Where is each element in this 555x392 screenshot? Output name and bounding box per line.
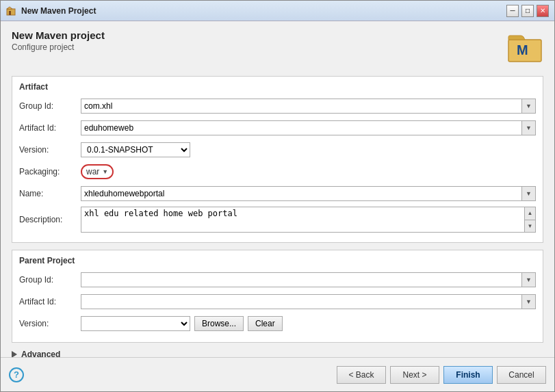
group-id-dropdown-btn[interactable]: ▼ bbox=[521, 99, 535, 113]
packaging-row: Packaging: war ▼ bbox=[19, 163, 536, 181]
maven-logo-icon: M bbox=[506, 29, 543, 66]
artifact-id-label: Artifact Id: bbox=[19, 123, 81, 133]
content-area: New Maven project Configure project M Ar… bbox=[1, 21, 554, 357]
description-label: Description: bbox=[19, 215, 81, 224]
group-id-field: ▼ bbox=[81, 99, 536, 114]
description-area: xhl edu related home web portal ▲ ▼ bbox=[81, 207, 536, 233]
name-label: Name: bbox=[19, 189, 81, 198]
parent-group-id-input[interactable] bbox=[81, 273, 521, 287]
svg-rect-2 bbox=[9, 11, 11, 15]
packaging-value: war bbox=[86, 167, 99, 177]
packaging-label: Packaging: bbox=[19, 167, 81, 177]
description-field: xhl edu related home web portal ▲ ▼ bbox=[81, 207, 536, 233]
title-bar: New Maven Project ─ □ ✕ bbox=[1, 1, 554, 21]
artifact-section-label: Artifact bbox=[19, 82, 536, 92]
svg-text:M: M bbox=[517, 42, 528, 57]
group-id-label: Group Id: bbox=[19, 101, 81, 111]
parent-group-id-row: Group Id: ▼ bbox=[19, 271, 536, 289]
version-field: 0.0.1-SNAPSHOT bbox=[81, 142, 536, 157]
parent-artifact-id-label: Artifact Id: bbox=[19, 297, 81, 306]
group-id-input[interactable] bbox=[81, 99, 521, 113]
parent-group-id-dropdown-btn[interactable]: ▼ bbox=[521, 273, 535, 287]
header-title: New Maven project bbox=[12, 29, 506, 41]
parent-group-id-label: Group Id: bbox=[19, 275, 81, 285]
cancel-button[interactable]: Cancel bbox=[497, 366, 546, 384]
title-bar-text: New Maven Project bbox=[21, 6, 506, 16]
artifact-id-row: Artifact Id: ▼ bbox=[19, 119, 536, 137]
group-id-input-container: ▼ bbox=[81, 99, 536, 114]
back-button[interactable]: < Back bbox=[337, 366, 386, 384]
minimize-button[interactable]: ─ bbox=[506, 5, 519, 17]
name-field: ▼ bbox=[81, 186, 536, 201]
header-section: New Maven project Configure project M bbox=[12, 29, 543, 66]
parent-version-select[interactable] bbox=[81, 316, 190, 331]
packaging-dropdown: war ▼ bbox=[81, 164, 114, 179]
header-subtitle: Configure project bbox=[12, 42, 506, 52]
parent-artifact-id-field: ▼ bbox=[81, 294, 536, 309]
help-icon[interactable]: ? bbox=[9, 367, 24, 382]
name-input[interactable] bbox=[81, 187, 521, 200]
browse-button[interactable]: Browse... bbox=[194, 316, 244, 331]
parent-version-field: Browse... Clear bbox=[81, 316, 536, 331]
advanced-toggle-icon bbox=[12, 351, 17, 357]
parent-version-label: Version: bbox=[19, 319, 81, 328]
version-row: Version: 0.0.1-SNAPSHOT bbox=[19, 141, 536, 159]
advanced-section[interactable]: Advanced bbox=[12, 350, 543, 357]
name-input-container: ▼ bbox=[81, 186, 536, 201]
artifact-id-input-container: ▼ bbox=[81, 120, 536, 135]
name-row: Name: ▼ bbox=[19, 185, 536, 202]
advanced-label: Advanced bbox=[21, 350, 60, 357]
description-scroll-down[interactable]: ▼ bbox=[525, 220, 535, 233]
artifact-id-dropdown-btn[interactable]: ▼ bbox=[521, 121, 535, 135]
name-dropdown-btn[interactable]: ▼ bbox=[521, 187, 535, 200]
maximize-button[interactable]: □ bbox=[521, 5, 534, 17]
group-id-row: Group Id: ▼ bbox=[19, 97, 536, 115]
svg-marker-1 bbox=[7, 7, 12, 9]
description-row: Description: xhl edu related home web po… bbox=[19, 207, 536, 233]
description-scroll-arrows: ▲ ▼ bbox=[524, 207, 535, 232]
parent-group-id-input-container: ▼ bbox=[81, 272, 536, 287]
header-text: New Maven project Configure project bbox=[12, 29, 506, 52]
packaging-field: war ▼ bbox=[81, 164, 536, 179]
parent-version-row: Version: Browse... Clear bbox=[19, 315, 536, 332]
footer-buttons: < Back Next > Finish Cancel bbox=[337, 366, 546, 384]
clear-button[interactable]: Clear bbox=[248, 316, 283, 331]
parent-artifact-id-dropdown-btn[interactable]: ▼ bbox=[521, 295, 535, 309]
close-button[interactable]: ✕ bbox=[537, 5, 549, 17]
description-scroll-up[interactable]: ▲ bbox=[525, 207, 535, 220]
parent-artifact-id-input-container: ▼ bbox=[81, 294, 536, 309]
artifact-id-input[interactable] bbox=[81, 121, 521, 135]
footer-left: ? bbox=[9, 367, 337, 382]
parent-group-id-field: ▼ bbox=[81, 272, 536, 287]
artifact-section: Artifact Group Id: ▼ Artifact Id: ▼ bbox=[12, 76, 543, 243]
parent-artifact-id-input[interactable] bbox=[81, 295, 521, 309]
window-icon bbox=[6, 5, 17, 16]
parent-artifact-id-row: Artifact Id: ▼ bbox=[19, 293, 536, 311]
title-bar-buttons: ─ □ ✕ bbox=[506, 5, 549, 17]
next-button[interactable]: Next > bbox=[390, 366, 439, 384]
parent-project-label: Parent Project bbox=[19, 256, 536, 265]
description-textarea[interactable]: xhl edu related home web portal bbox=[81, 207, 524, 232]
version-select[interactable]: 0.0.1-SNAPSHOT bbox=[81, 142, 190, 157]
footer-area: ? < Back Next > Finish Cancel bbox=[1, 357, 554, 391]
version-label: Version: bbox=[19, 145, 81, 155]
parent-project-section: Parent Project Group Id: ▼ Artifact Id: bbox=[12, 250, 543, 343]
packaging-dropdown-arrow: ▼ bbox=[102, 168, 108, 175]
dialog-window: New Maven Project ─ □ ✕ New Maven projec… bbox=[0, 0, 555, 392]
artifact-id-field: ▼ bbox=[81, 120, 536, 135]
packaging-oval[interactable]: war ▼ bbox=[81, 164, 114, 179]
finish-button[interactable]: Finish bbox=[443, 366, 493, 384]
